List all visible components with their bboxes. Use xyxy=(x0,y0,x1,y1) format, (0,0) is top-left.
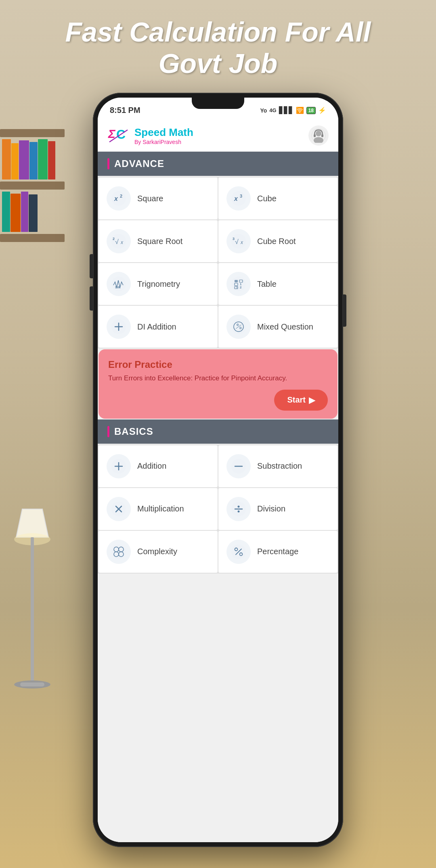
error-practice-description: Turn Errors into Excellence: Practice fo… xyxy=(108,373,328,383)
app-name: Speed Math By SarkariPravesh xyxy=(134,126,193,145)
svg-rect-8 xyxy=(48,141,55,179)
svg-rect-12 xyxy=(29,194,38,232)
basics-section-header: BASICS xyxy=(98,419,338,444)
square-icon: x 2 xyxy=(111,191,126,206)
substraction-card-icon xyxy=(226,454,251,478)
trignometry-card[interactable]: SIN Trignometry xyxy=(99,263,218,305)
battery-icon: 18 xyxy=(306,107,316,114)
division-card-icon xyxy=(226,497,251,521)
svg-point-29 xyxy=(231,191,246,206)
app-header: Σ C Speed Math By SarkariPravesh xyxy=(98,120,338,152)
addition-card-icon xyxy=(107,454,131,478)
complexity-label: Complexity xyxy=(137,547,177,556)
division-card[interactable]: Division xyxy=(218,488,337,530)
addition-icon xyxy=(111,459,126,474)
svg-point-22 xyxy=(316,131,321,136)
profile-icon xyxy=(311,128,326,143)
svg-text:3: 3 xyxy=(233,237,235,241)
advance-section-title: ADVANCE xyxy=(114,158,164,169)
svg-rect-9 xyxy=(2,192,10,232)
svg-text:3: 3 xyxy=(236,286,237,289)
status-time: 8:51 PM xyxy=(110,106,140,115)
cube-root-icon: 3 √ x xyxy=(231,234,246,249)
phone-frame: 8:51 PM Yo 4G ▋▋▋ 🛜 18 ⚡ Σ C Speed Ma xyxy=(93,93,343,847)
square-root-icon: 2 √ x xyxy=(111,234,126,249)
svg-text:2: 2 xyxy=(120,194,122,198)
di-addition-card-icon xyxy=(107,315,131,339)
svg-point-32 xyxy=(111,234,126,248)
multiplication-label: Multiplication xyxy=(137,504,184,513)
main-content[interactable]: ADVANCE x 2 Square xyxy=(98,152,338,842)
table-card-icon: 1 2 3 xyxy=(226,272,251,296)
mixed-question-card[interactable]: ⊕ ⊗ Mixed Question xyxy=(218,306,337,348)
addition-card[interactable]: Addition xyxy=(99,445,218,487)
complexity-icon xyxy=(111,544,126,559)
cube-card[interactable]: x 3 Cube xyxy=(218,177,337,219)
svg-rect-11 xyxy=(21,192,28,232)
error-practice-title: Error Practice xyxy=(108,359,328,370)
svg-rect-0 xyxy=(0,129,65,137)
svg-rect-10 xyxy=(10,194,21,232)
svg-text:⊗: ⊗ xyxy=(239,326,242,330)
di-addition-card[interactable]: DI Addition xyxy=(99,306,218,348)
svg-text:√: √ xyxy=(235,238,239,245)
multiplication-card-icon xyxy=(107,497,131,521)
substraction-card[interactable]: Substraction xyxy=(218,445,337,487)
division-icon xyxy=(231,501,246,517)
svg-rect-1 xyxy=(0,182,65,190)
4g-icon: 4G xyxy=(269,107,276,113)
percentage-card-icon xyxy=(226,540,251,564)
header-line1: Fast Calculation For All xyxy=(16,16,420,48)
app-subtitle: By SarkariPravesh xyxy=(134,139,193,145)
phone-screen: 8:51 PM Yo 4G ▋▋▋ 🛜 18 ⚡ Σ C Speed Ma xyxy=(98,98,338,842)
substraction-label: Substraction xyxy=(257,461,302,471)
advance-section-header: ADVANCE xyxy=(98,152,338,176)
svg-rect-15 xyxy=(31,537,34,682)
square-card[interactable]: x 2 Square xyxy=(99,177,218,219)
substraction-icon xyxy=(231,459,246,474)
svg-rect-4 xyxy=(11,143,19,179)
cube-card-icon: x 3 xyxy=(226,186,251,211)
di-addition-icon xyxy=(111,319,126,334)
error-practice-banner[interactable]: Error Practice Turn Errors into Excellen… xyxy=(99,349,337,419)
square-root-card[interactable]: 2 √ x Square Root xyxy=(99,220,218,262)
mixed-question-label: Mixed Question xyxy=(257,322,313,332)
svg-rect-6 xyxy=(29,142,38,179)
percentage-icon xyxy=(231,544,246,559)
network-icon: Yo xyxy=(260,107,267,114)
svg-text:SIN: SIN xyxy=(115,286,121,289)
start-button[interactable]: Start ▶ xyxy=(274,390,328,411)
cube-root-card[interactable]: 3 √ x Cube Root xyxy=(218,220,337,262)
svg-point-70 xyxy=(111,545,126,559)
svg-text:√: √ xyxy=(115,238,119,245)
svg-rect-7 xyxy=(38,139,48,179)
multiplication-card[interactable]: Multiplication xyxy=(99,488,218,530)
svg-text:x: x xyxy=(240,240,243,245)
start-label: Start xyxy=(287,395,306,405)
division-label: Division xyxy=(257,504,285,513)
complexity-card[interactable]: Complexity xyxy=(99,531,218,573)
percentage-card[interactable]: Percentage xyxy=(218,531,337,573)
square-label: Square xyxy=(137,194,164,203)
svg-text:x: x xyxy=(114,195,118,202)
wifi-icon: 🛜 xyxy=(296,106,304,114)
mixed-question-card-icon: ⊕ ⊗ xyxy=(226,315,251,339)
square-root-card-icon: 2 √ x xyxy=(107,229,131,253)
app-title: Speed Math xyxy=(134,126,193,139)
trignometry-card-icon: SIN xyxy=(107,272,131,296)
svg-point-26 xyxy=(111,191,126,206)
page-heading: Fast Calculation For All Govt Job xyxy=(0,16,436,79)
trignometry-icon: SIN xyxy=(111,276,126,292)
mixed-question-icon: ⊕ ⊗ xyxy=(231,319,246,334)
square-card-icon: x 2 xyxy=(107,186,131,211)
table-card[interactable]: 1 2 3 Table xyxy=(218,263,337,305)
svg-point-67 xyxy=(238,505,240,507)
profile-button[interactable] xyxy=(308,125,329,146)
cube-root-label: Cube Root xyxy=(257,237,296,246)
cube-root-card-icon: 3 √ x xyxy=(226,229,251,253)
start-arrow-icon: ▶ xyxy=(309,395,315,405)
percentage-label: Percentage xyxy=(257,547,298,556)
status-icons: Yo 4G ▋▋▋ 🛜 18 ⚡ xyxy=(260,106,326,114)
signal-icon: ▋▋▋ xyxy=(279,106,293,114)
bookshelf-decoration xyxy=(0,129,65,242)
